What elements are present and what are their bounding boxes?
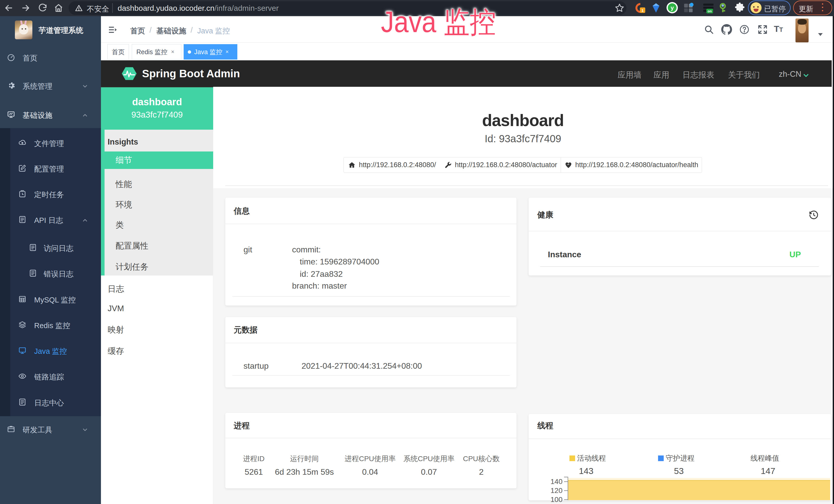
svg-text:on: on <box>708 9 712 13</box>
svg-text:1: 1 <box>641 8 644 13</box>
svg-text:y: y <box>671 5 674 11</box>
